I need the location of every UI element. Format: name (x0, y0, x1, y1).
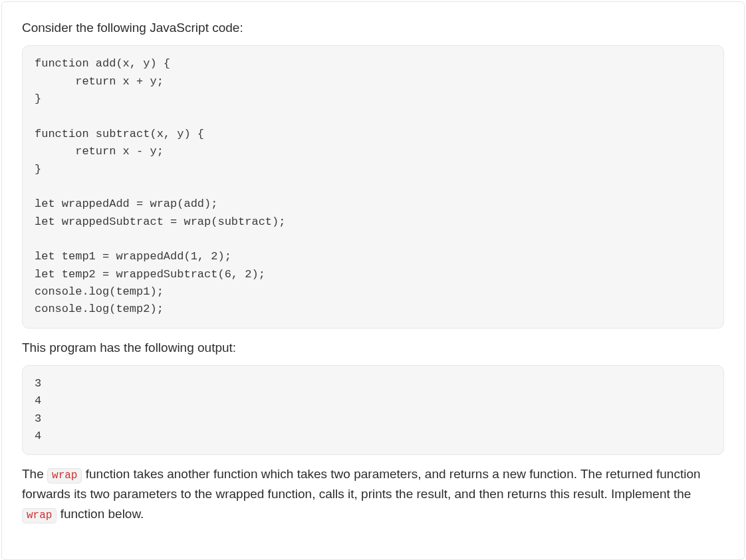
inline-code-wrap: wrap (22, 508, 57, 523)
instructions-text-part2: function takes another function which ta… (22, 467, 701, 501)
inline-code-wrap: wrap (47, 468, 82, 484)
code-block-source: function add(x, y) { return x + y; } fun… (22, 45, 724, 328)
instructions-text-part1: The (22, 467, 47, 481)
intro-text: Consider the following JavaScript code: (22, 18, 724, 37)
code-block-output: 3 4 3 4 (22, 365, 724, 455)
problem-card: Consider the following JavaScript code: … (1, 1, 745, 560)
output-intro-text: This program has the following output: (22, 338, 724, 357)
instructions-text-part3: function below. (57, 507, 144, 521)
instructions-paragraph: The wrap function takes another function… (22, 464, 724, 523)
page-container: Consider the following JavaScript code: … (0, 0, 746, 560)
